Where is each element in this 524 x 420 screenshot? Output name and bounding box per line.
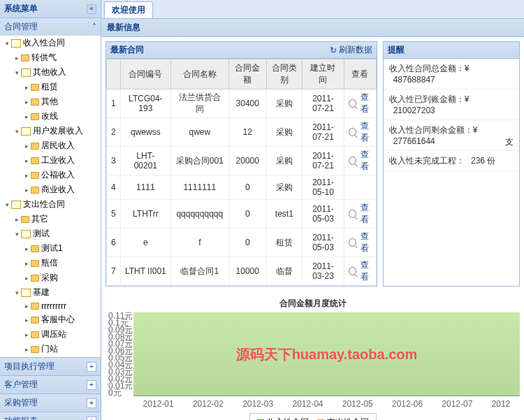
tree-node[interactable]: ▸改线 xyxy=(0,109,101,124)
column-header[interactable]: 合同金额 xyxy=(228,59,266,89)
plus-icon[interactable]: + xyxy=(87,362,96,372)
tree-node[interactable]: ▸rrrrrrrrr xyxy=(0,300,101,312)
tree-toggle-icon[interactable]: ▸ xyxy=(22,275,31,282)
tree-node[interactable]: ▸租赁 xyxy=(0,80,101,94)
table-row[interactable]: 7LTHT II001临督合同110000临督2011-03-23查看 xyxy=(107,257,377,286)
tree-toggle-icon[interactable]: ▸ xyxy=(22,245,31,252)
tree-toggle-icon[interactable]: ▾ xyxy=(3,40,11,47)
tree-toggle-icon[interactable]: ▾ xyxy=(13,128,21,135)
tree-node[interactable]: ▸采购 xyxy=(0,270,101,285)
table-cell: 10000 xyxy=(228,257,266,286)
table-row[interactable]: 3LHT-00201采购合同00120000采购2011-07-21查看 xyxy=(107,147,377,175)
tree-toggle-icon[interactable]: ▸ xyxy=(22,157,31,164)
accordion-header-purchase[interactable]: 采购管理+ xyxy=(0,394,101,412)
table-cell: 1111 xyxy=(120,175,170,200)
tree-node[interactable]: ▾支出性合同 xyxy=(0,197,101,212)
tree-toggle-icon[interactable]: ▸ xyxy=(22,346,31,353)
tree-node[interactable]: ▸其他 xyxy=(0,94,101,109)
tree-node[interactable]: ▸客服中心 xyxy=(0,312,101,327)
table-cell: 采购 xyxy=(266,89,302,118)
tree-node[interactable]: ▸公福收入 xyxy=(0,168,101,182)
tree-node[interactable]: ▸工业收入 xyxy=(0,153,101,168)
accordion-header-project[interactable]: 项目执行管理+ xyxy=(0,358,101,375)
tree-toggle-icon[interactable]: ▾ xyxy=(3,201,11,208)
table-row[interactable]: 4111111111110采购2011-05-10 xyxy=(107,175,377,200)
table-cell: 查看 xyxy=(344,147,377,175)
tree-toggle-icon[interactable]: ▸ xyxy=(22,331,31,338)
table-row[interactable]: 5LTHTrrqqqqqqqqqq0test12011-05-03查看 xyxy=(107,200,377,229)
tree-node[interactable]: ▾基建 xyxy=(0,285,101,300)
x-tick: 2012-02 xyxy=(193,399,224,409)
watermark: 源码天下huamay.taoba.com xyxy=(236,345,418,363)
tree-node[interactable]: ▸转供气 xyxy=(0,50,101,65)
column-header[interactable] xyxy=(107,59,121,89)
view-button[interactable]: 查看 xyxy=(349,149,372,173)
tree-toggle-icon[interactable]: ▸ xyxy=(22,84,31,91)
plus-icon[interactable]: + xyxy=(87,417,96,421)
tree-toggle-icon[interactable]: ▸ xyxy=(13,216,21,223)
tree-node[interactable]: ▾其他收入 xyxy=(0,65,101,80)
tree-node[interactable]: ▾用户发展收入 xyxy=(0,124,101,138)
tree-toggle-icon[interactable]: ▾ xyxy=(13,289,21,296)
tree-node[interactable]: ▾收入性合同 xyxy=(0,36,101,50)
tree-toggle-icon[interactable]: ▸ xyxy=(22,303,31,310)
tab-welcome[interactable]: 欢迎使用 xyxy=(104,1,153,18)
tree-node[interactable]: ▸基建采购 xyxy=(0,356,101,357)
collapse-icon[interactable]: « xyxy=(87,4,96,14)
tree-node[interactable]: ▸门站 xyxy=(0,342,101,356)
folder-icon xyxy=(21,68,31,77)
plus-icon[interactable]: + xyxy=(87,398,96,408)
search-icon xyxy=(349,210,356,218)
column-header[interactable]: 合同名称 xyxy=(171,59,229,89)
sidebar: 系统菜单 « 合同管理 ˄ ▾收入性合同▸转供气▾其他收入▸租赁▸其他▸改线▾用… xyxy=(0,0,101,420)
tree-node[interactable]: ▸其它 xyxy=(0,212,101,226)
column-header[interactable]: 合同编号 xyxy=(120,59,170,89)
view-button[interactable]: 查看 xyxy=(349,259,372,283)
tree-toggle-icon[interactable]: ▸ xyxy=(22,143,31,150)
x-tick: 2012-04 xyxy=(292,399,323,409)
tree-node[interactable]: ▸居民收入 xyxy=(0,138,101,153)
tree-toggle-icon[interactable]: ▾ xyxy=(13,69,21,76)
tree-toggle-icon[interactable]: ▸ xyxy=(22,260,31,267)
tree-node[interactable]: ▸调压站 xyxy=(0,327,101,342)
view-button[interactable]: 查看 xyxy=(349,92,372,115)
tree-label: 改线 xyxy=(41,110,58,122)
tree-node[interactable]: ▸测试1 xyxy=(0,241,101,256)
refresh-button[interactable]: ↻刷新数据 xyxy=(330,44,372,56)
search-icon xyxy=(349,238,356,247)
tree-node[interactable]: ▸商业收入 xyxy=(0,182,101,197)
tree-toggle-icon[interactable]: ▸ xyxy=(22,99,31,106)
table-cell: LTHT II001 xyxy=(120,257,170,286)
sidebar-header: 系统菜单 « xyxy=(0,0,101,18)
tree-label: 转供气 xyxy=(31,52,57,64)
tree-node[interactable]: ▾测试 xyxy=(0,226,101,241)
tree-toggle-icon[interactable]: ▸ xyxy=(22,113,31,120)
table-row[interactable]: 2qwewssqwew12采购2011-07-21查看 xyxy=(107,118,377,147)
folder-icon xyxy=(31,303,39,310)
plus-icon[interactable]: + xyxy=(87,380,96,390)
table-row[interactable]: 6ef0租赁2011-05-03查看 xyxy=(107,229,377,257)
tree-toggle-icon[interactable]: ▸ xyxy=(22,317,31,324)
column-header[interactable]: 建立时间 xyxy=(302,59,344,89)
column-header[interactable]: 合同类别 xyxy=(266,59,302,89)
view-button[interactable]: 查看 xyxy=(349,231,372,254)
tree-label: 收入性合同 xyxy=(23,37,65,49)
accordion-header-contract[interactable]: 合同管理 ˄ xyxy=(0,18,101,36)
accordion-header-customer[interactable]: 客户管理+ xyxy=(0,376,101,393)
x-tick: 2012-01 xyxy=(143,399,174,409)
column-header[interactable]: 查看 xyxy=(344,59,377,89)
table-row[interactable]: 1LTCG04-193法兰供货合同30400采购2011-07-21查看 xyxy=(107,89,377,118)
table-cell: 0 xyxy=(228,175,266,200)
tree-node[interactable]: ▸瓶倍 xyxy=(0,256,101,270)
table-cell: 0 xyxy=(228,229,266,257)
accordion-header-report[interactable]: 功能报表+ xyxy=(0,412,101,420)
tree-toggle-icon[interactable]: ▸ xyxy=(22,172,31,179)
view-button[interactable]: 查看 xyxy=(349,120,372,144)
tree-label: 门站 xyxy=(41,343,58,355)
view-button[interactable]: 查看 xyxy=(349,202,372,226)
tree-toggle-icon[interactable]: ▸ xyxy=(13,55,21,61)
tree-toggle-icon[interactable]: ▸ xyxy=(22,187,31,194)
reminder-title: 提醒 xyxy=(388,44,405,56)
folder-icon xyxy=(31,275,39,282)
tree-toggle-icon[interactable]: ▾ xyxy=(13,231,21,238)
